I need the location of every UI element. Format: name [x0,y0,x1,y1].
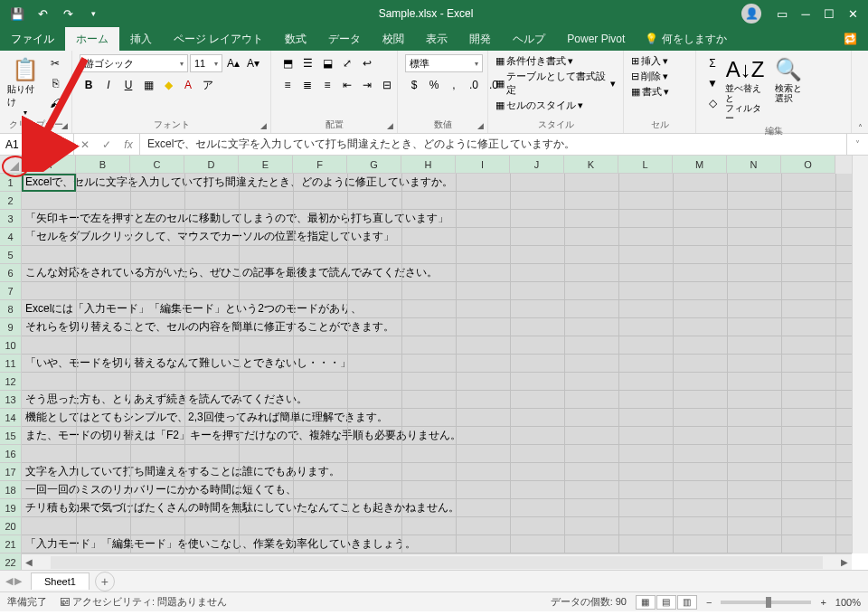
font-launcher-icon[interactable]: ◢ [258,120,269,131]
insert-cells-button[interactable]: ⊞ 挿入 ▾ [631,54,668,68]
comma-icon[interactable]: , [445,76,463,94]
column-header[interactable]: J [510,156,564,174]
status-accessibility[interactable]: 🗟 アクセシビリティ: 問題ありません [60,595,227,609]
column-header[interactable]: G [347,156,401,174]
autosum-icon[interactable]: Σ [703,54,722,72]
horizontal-scrollbar[interactable]: ◀ ▶ [22,554,852,570]
format-as-table-button[interactable]: ▦ テーブルとして書式設定 ▾ [495,70,616,97]
border-icon[interactable]: ▦ [139,76,157,94]
clipboard-launcher-icon[interactable]: ◢ [59,120,70,131]
close-icon[interactable]: ✕ [841,2,864,25]
number-launcher-icon[interactable]: ◢ [475,120,486,131]
tab-help[interactable]: ヘルプ [502,27,556,51]
column-header[interactable]: A [22,156,76,174]
tab-insert[interactable]: 挿入 [119,27,163,51]
increase-decimal-icon[interactable]: .0 [465,76,483,94]
percent-icon[interactable]: % [425,76,443,94]
row-header[interactable]: 14 [0,409,22,427]
merge-icon[interactable]: ⊟ [378,76,396,94]
phonetic-icon[interactable]: ア [199,76,217,94]
orientation-icon[interactable]: ⤢ [338,54,356,72]
row-header[interactable]: 11 [0,355,22,373]
tab-developer[interactable]: 開発 [458,27,502,51]
undo-icon[interactable]: ↶ [31,2,54,25]
align-left-icon[interactable]: ≡ [278,76,297,94]
sheet-nav-next-icon[interactable]: ▶ [14,575,22,587]
fill-icon[interactable]: ▼ [703,74,722,92]
row-header[interactable]: 18 [0,481,22,499]
column-header[interactable]: L [618,156,673,174]
column-header[interactable]: F [293,156,347,174]
row-header[interactable]: 4 [0,228,22,246]
column-header[interactable]: K [564,156,618,174]
sheet-tab[interactable]: Sheet1 [31,572,90,590]
zoom-level[interactable]: 100% [835,597,861,608]
align-right-icon[interactable]: ≡ [318,76,336,94]
zoom-slider[interactable] [721,601,811,604]
zoom-out-icon[interactable]: − [706,597,712,608]
row-header[interactable]: 8 [0,300,22,318]
row-header[interactable]: 16 [0,445,22,463]
row-header[interactable]: 3 [0,210,22,228]
view-page-break-icon[interactable]: ▥ [677,595,697,610]
row-header[interactable]: 10 [0,336,22,355]
font-name-combo[interactable]: 游ゴシック▾ [80,54,188,72]
tab-formulas[interactable]: 数式 [274,27,317,51]
column-header[interactable]: H [401,156,456,174]
column-header[interactable]: D [184,156,239,174]
increase-font-icon[interactable]: A▴ [224,54,242,72]
font-color-icon[interactable]: A [179,76,197,94]
view-page-layout-icon[interactable]: ▤ [656,595,676,610]
sheet-nav-prev-icon[interactable]: ◀ [5,575,13,587]
sort-filter-button[interactable]: A↓Z 並べ替えと フィルター [725,54,765,123]
save-icon[interactable]: 💾 [5,2,29,25]
column-header[interactable]: C [130,156,184,174]
tab-data[interactable]: データ [317,27,372,51]
row-header[interactable]: 9 [0,318,22,336]
conditional-format-button[interactable]: ▦ 条件付き書式 ▾ [495,54,573,68]
qat-customize-icon[interactable]: ▾ [81,2,105,25]
row-header[interactable]: 21 [0,535,22,554]
align-bottom-icon[interactable]: ⬓ [318,54,336,72]
row-header[interactable]: 1 [0,174,22,192]
copy-icon[interactable]: ⎘ [46,74,64,92]
row-header[interactable]: 6 [0,264,22,282]
column-header[interactable]: I [456,156,510,174]
tab-home[interactable]: ホーム [65,27,119,51]
cut-icon[interactable]: ✂ [46,54,64,72]
redo-icon[interactable]: ↷ [56,2,80,25]
alignment-launcher-icon[interactable]: ◢ [384,120,395,131]
wrap-text-icon[interactable]: ↩ [358,54,376,72]
bold-icon[interactable]: B [80,76,98,94]
scroll-left-icon[interactable]: ◀ [22,557,36,567]
maximize-icon[interactable]: ☐ [817,2,841,25]
row-header[interactable]: 15 [0,427,22,445]
format-painter-icon[interactable]: 🖌 [46,94,64,112]
zoom-in-icon[interactable]: + [820,597,826,608]
select-all-corner[interactable] [0,156,22,174]
column-header[interactable]: O [781,156,835,174]
fx-icon[interactable]: fx [118,138,139,151]
currency-icon[interactable]: $ [405,76,423,94]
column-header[interactable]: E [239,156,293,174]
user-avatar-icon[interactable]: 👤 [741,4,761,24]
row-header[interactable]: 13 [0,391,22,409]
align-middle-icon[interactable]: ☰ [298,54,316,72]
align-top-icon[interactable]: ⬒ [278,54,297,72]
row-header[interactable]: 7 [0,282,22,300]
underline-icon[interactable]: U [119,76,137,94]
scroll-right-icon[interactable]: ▶ [837,557,852,567]
paste-button[interactable]: 📋 貼り付け ▾ [7,54,42,117]
tab-power-pivot[interactable]: Power Pivot [556,27,636,51]
fill-color-icon[interactable]: ◆ [159,76,177,94]
align-center-icon[interactable]: ≣ [298,76,316,94]
column-header[interactable]: N [727,156,781,174]
share-button[interactable]: 🔁 [844,27,868,51]
enter-formula-icon[interactable]: ✓ [96,138,118,151]
clear-icon[interactable]: ◇ [703,94,722,112]
ribbon-display-icon[interactable]: ▭ [770,2,794,25]
decrease-indent-icon[interactable]: ⇤ [338,76,356,94]
tell-me-search[interactable]: 💡 何をしますか [636,27,736,51]
cell-styles-button[interactable]: ▦ セルのスタイル ▾ [495,99,583,112]
tab-file[interactable]: ファイル [0,27,65,51]
